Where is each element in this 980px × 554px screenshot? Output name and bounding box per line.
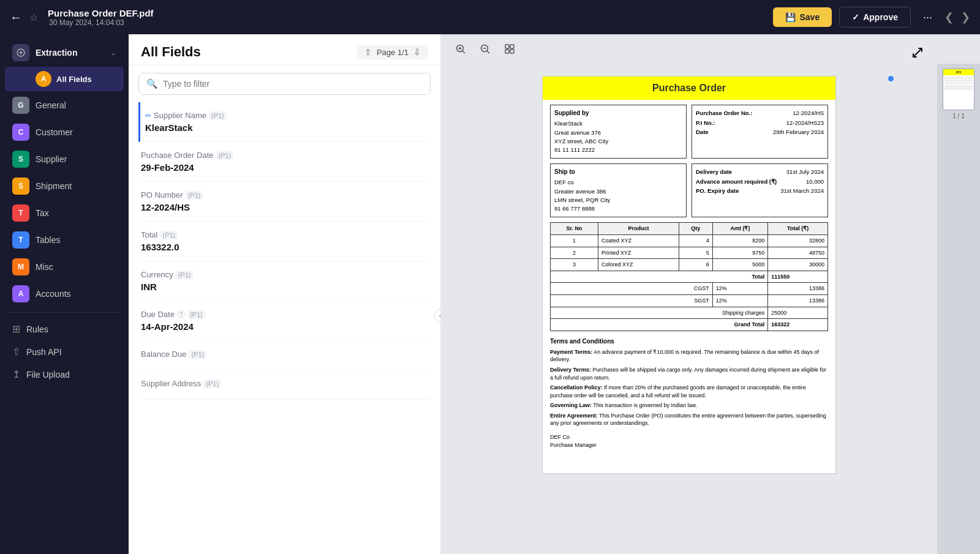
- pdf-content-area[interactable]: Purchase Order Supplied by KlearStack Gr…: [441, 64, 937, 554]
- supplier-name-value: KlearStack: [145, 122, 227, 133]
- col-amt: Amt (₹): [712, 223, 768, 235]
- sidebar-item-extraction[interactable]: Extraction ⌄: [5, 40, 124, 65]
- sidebar-item-push-api[interactable]: ⇧ Push API: [5, 342, 124, 362]
- rules-icon: ⊞: [12, 323, 20, 335]
- general-icon: G: [12, 97, 29, 114]
- supplier-icon: S: [12, 151, 29, 168]
- sidebar-item-misc[interactable]: M Misc: [5, 255, 124, 279]
- nav-next-button[interactable]: ❯: [961, 10, 970, 24]
- page-view-button[interactable]: [500, 39, 519, 59]
- page-up-button[interactable]: ⇧: [364, 47, 372, 57]
- field-badge: (P1): [209, 111, 227, 120]
- field-badge: (P1): [176, 271, 194, 279]
- po-number-row: Purchase Order No.: 12-2024/HS: [696, 109, 824, 117]
- sidebar: Extraction ⌄ A All Fields G General C Cu…: [0, 34, 129, 554]
- po-shipto-details: DEF co Greater avenue 386 LMN street, PQ…: [554, 178, 682, 213]
- field-left: Due Date ? (P1) 14-Apr-2024: [141, 310, 205, 332]
- field-badge: (P1): [216, 151, 234, 160]
- po-supplier-details: KlearStack Great avenue 376 XYZ street, …: [554, 119, 682, 154]
- field-badge: (P1): [187, 310, 205, 319]
- save-button[interactable]: 💾 Save: [773, 7, 832, 27]
- file-upload-label: File Upload: [26, 370, 70, 380]
- col-sr-no: Sr. No: [551, 223, 598, 235]
- grand-total-label: Grand Total: [551, 319, 768, 331]
- field-supplier-address: Supplier Address (P1): [138, 370, 431, 400]
- pdf-thumbnail-1[interactable]: PO: [943, 69, 974, 110]
- field-badge: (P1): [189, 350, 206, 359]
- approve-button[interactable]: ✓ Approve: [839, 7, 911, 28]
- misc-label: Misc: [36, 262, 53, 272]
- advance-row: Advance amount required (₹) 10,000: [696, 178, 824, 185]
- sidebar-item-customer[interactable]: C Customer: [5, 120, 124, 144]
- bookmark-button[interactable]: ☆: [29, 12, 38, 23]
- po-products-table: Sr. No Product Qty Amt (₹) Total (₹) 1Co…: [550, 222, 828, 331]
- center-panel: All Fields ⇧ Page 1/1 ⇩ 🔍 ✏ Supplier Nam…: [129, 34, 441, 554]
- table-row: 2Printed XYZ5975048750: [551, 247, 828, 259]
- save-icon: 💾: [785, 12, 796, 22]
- field-badge: (P1): [186, 191, 203, 200]
- delivery-date-row: Delivery date 31st July 2024: [696, 168, 824, 176]
- po-supplier-box: Supplied by KlearStack Great avenue 376 …: [550, 105, 687, 159]
- table-cell: 48750: [768, 247, 828, 259]
- svg-rect-6: [510, 50, 514, 53]
- po-shipping-section: Ship to DEF co Greater avenue 386 LMN st…: [550, 163, 828, 217]
- pdf-thumb-label: 1 / 1: [952, 113, 964, 119]
- page-label: Page 1/1: [377, 48, 409, 57]
- field-name-label: Due Date ? (P1): [141, 310, 205, 319]
- terms-item: Governing Law: This transaction is gover…: [550, 402, 828, 410]
- table-cell: 9750: [712, 247, 768, 259]
- tables-icon: T: [12, 231, 29, 249]
- sidebar-item-tables[interactable]: T Tables: [5, 228, 124, 252]
- table-cell: 30000: [768, 259, 828, 271]
- field-po-number: PO Number (P1) 12-2024/HS: [138, 182, 431, 222]
- back-button[interactable]: ←: [10, 10, 22, 24]
- po-shipto-label: Ship to: [554, 168, 682, 176]
- table-cell: Coated XYZ: [598, 234, 679, 247]
- sgst-value: 13386: [768, 294, 828, 307]
- po-date-value: 29-Feb-2024: [141, 162, 233, 173]
- col-qty: Qty: [679, 223, 712, 235]
- table-cell: Colored XYZ: [598, 259, 679, 271]
- sidebar-item-all-fields[interactable]: A All Fields: [5, 67, 124, 91]
- nav-prev-button[interactable]: ❮: [944, 10, 954, 24]
- sidebar-item-general[interactable]: G General: [5, 93, 124, 118]
- sidebar-item-tax[interactable]: T Tax: [5, 201, 124, 225]
- field-left: Currency (P1) INR: [141, 270, 194, 292]
- sidebar-item-shipment[interactable]: S Shipment: [5, 174, 124, 198]
- pdf-thumbnail-panel: PO 1 / 1: [937, 64, 980, 554]
- cgst-label: CGST: [551, 283, 713, 295]
- field-name-label: Total (P1): [141, 230, 179, 239]
- field-po-date: Puchase Order Date (P1) 29-Feb-2024: [138, 142, 431, 182]
- table-cell: Printed XYZ: [598, 247, 679, 259]
- sidebar-item-accounts[interactable]: A Accounts: [5, 282, 124, 306]
- search-input[interactable]: [163, 79, 423, 89]
- cgst-value: 13386: [768, 283, 828, 295]
- sidebar-item-file-upload[interactable]: ↥ File Upload: [5, 364, 124, 384]
- shipment-icon: S: [12, 178, 29, 195]
- search-icon: 🔍: [146, 78, 158, 89]
- page-down-button[interactable]: ⇩: [413, 47, 421, 57]
- tax-icon: T: [12, 204, 29, 222]
- table-cell: 2: [551, 247, 598, 259]
- field-name-label: Balance Due (P1): [141, 350, 206, 359]
- chevron-down-icon: ⌄: [110, 48, 116, 57]
- more-options-button[interactable]: ···: [918, 11, 937, 24]
- misc-icon: M: [12, 258, 29, 275]
- po-header-section: Supplied by KlearStack Great avenue 376 …: [550, 105, 828, 159]
- expand-icon[interactable]: [910, 45, 925, 62]
- field-total: Total (P1) 163322.0: [138, 222, 431, 261]
- table-row: 1Coated XYZ4820032800: [551, 234, 828, 247]
- zoom-out-button[interactable]: [475, 39, 495, 59]
- supplier-label: Supplier: [36, 154, 67, 164]
- terms-item: Entire Agreement: This Purchase Order (P…: [550, 412, 828, 427]
- sidebar-item-rules[interactable]: ⊞ Rules: [5, 319, 124, 339]
- push-api-label: Push API: [26, 347, 62, 357]
- zoom-in-button[interactable]: [451, 39, 470, 59]
- selection-indicator: [888, 76, 894, 81]
- field-left: Supplier Address (P1): [141, 379, 221, 391]
- due-date-value: 14-Apr-2024: [141, 321, 205, 332]
- field-name-label: Currency (P1): [141, 270, 194, 279]
- field-balance-due: Balance Due (P1): [138, 341, 431, 370]
- sidebar-item-supplier[interactable]: S Supplier: [5, 147, 124, 171]
- col-total: Total (₹): [768, 223, 828, 235]
